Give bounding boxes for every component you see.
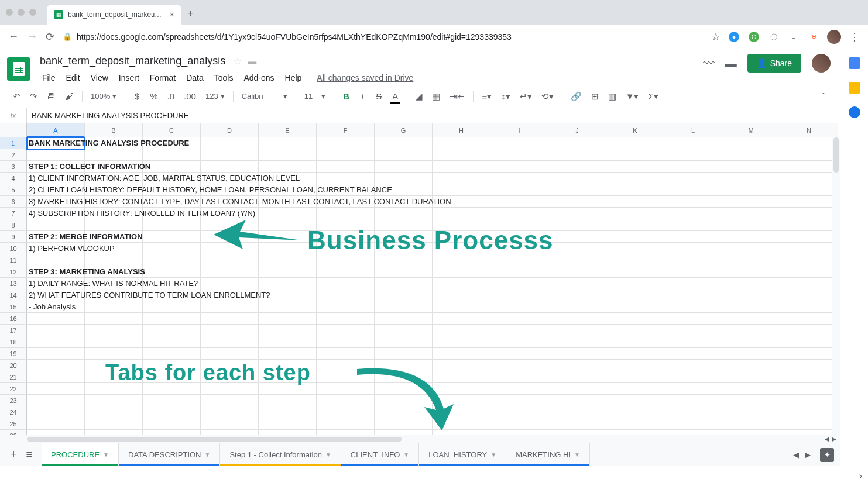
cell[interactable] [85, 149, 143, 161]
cell[interactable] [606, 383, 664, 395]
redo-icon[interactable]: ↷ [26, 89, 41, 104]
vertical-scrollbar[interactable] [832, 137, 840, 435]
cell[interactable] [664, 325, 722, 336]
cell[interactable] [433, 231, 490, 243]
chevron-down-icon[interactable]: ▼ [490, 451, 496, 458]
cell[interactable] [664, 395, 722, 406]
cell[interactable] [490, 430, 548, 435]
row-header[interactable]: 24 [0, 406, 27, 418]
cell[interactable] [722, 383, 780, 395]
cell[interactable] [375, 219, 433, 231]
row-header[interactable]: 5 [0, 184, 27, 196]
sheet-tab[interactable]: PROCEDURE▼ [42, 443, 119, 466]
cell[interactable] [606, 266, 664, 278]
row-header[interactable]: 8 [0, 219, 27, 231]
cell[interactable] [664, 184, 722, 196]
cell[interactable] [664, 348, 722, 360]
cell[interactable] [664, 313, 722, 325]
cell[interactable] [490, 184, 548, 196]
cell[interactable] [201, 301, 259, 313]
insert-link-icon[interactable]: 🔗 [567, 89, 585, 104]
cell[interactable] [722, 360, 780, 371]
cell[interactable] [664, 243, 722, 254]
cell[interactable] [85, 418, 143, 430]
cell[interactable] [317, 266, 375, 278]
cell[interactable] [433, 325, 490, 336]
cell[interactable] [85, 219, 143, 231]
cell[interactable] [664, 289, 722, 301]
format-percent-icon[interactable]: % [146, 89, 161, 104]
cell[interactable] [490, 278, 548, 289]
cell[interactable]: BANK MARKETING ANALYSIS PROCEDURE [27, 137, 85, 149]
cell[interactable] [85, 348, 143, 360]
cell[interactable] [85, 383, 143, 395]
cell[interactable] [259, 395, 317, 406]
collapse-toolbar-icon[interactable]: ˆ [816, 89, 831, 104]
cell[interactable] [664, 371, 722, 383]
cell[interactable]: 2) WHAT FEATURES CONTRIBUTE TO TERM LOAN… [27, 289, 85, 301]
cell[interactable] [548, 173, 606, 184]
cell[interactable] [85, 430, 143, 435]
row-header[interactable]: 11 [0, 254, 27, 266]
cell[interactable] [548, 243, 606, 254]
cell[interactable] [27, 325, 85, 336]
cell[interactable] [85, 360, 143, 371]
forward-button[interactable]: → [27, 30, 37, 43]
cell[interactable] [606, 289, 664, 301]
cell[interactable] [143, 266, 201, 278]
cell[interactable] [433, 289, 490, 301]
cell[interactable] [201, 161, 259, 173]
cell[interactable] [548, 430, 606, 435]
cell[interactable] [722, 173, 780, 184]
cell[interactable] [548, 219, 606, 231]
extension-icon[interactable]: ◯ [768, 32, 779, 42]
cell[interactable] [375, 231, 433, 243]
share-button[interactable]: 👤 Share [747, 54, 801, 73]
back-button[interactable]: ← [8, 30, 19, 43]
cell[interactable] [317, 219, 375, 231]
cell[interactable] [143, 348, 201, 360]
cell[interactable] [259, 360, 317, 371]
undo-icon[interactable]: ↶ [9, 89, 24, 104]
cell[interactable] [85, 395, 143, 406]
cell[interactable] [201, 348, 259, 360]
cell[interactable] [259, 406, 317, 418]
filter-icon[interactable]: ▼▾ [622, 89, 643, 104]
address-bar[interactable]: 🔒 https://docs.google.com/spreadsheets/d… [63, 32, 703, 42]
chevron-down-icon[interactable]: ▼ [205, 451, 211, 458]
cell[interactable] [433, 184, 490, 196]
cell[interactable] [375, 336, 433, 348]
cell[interactable] [259, 149, 317, 161]
cell[interactable] [548, 137, 606, 149]
row-header[interactable]: 25 [0, 418, 27, 430]
cell[interactable] [201, 418, 259, 430]
cell[interactable] [780, 336, 838, 348]
column-header[interactable]: D [201, 123, 259, 137]
cell[interactable] [85, 313, 143, 325]
cell[interactable] [664, 360, 722, 371]
cell[interactable] [548, 383, 606, 395]
cell[interactable] [490, 254, 548, 266]
cell[interactable] [259, 266, 317, 278]
cell[interactable] [722, 325, 780, 336]
cell[interactable] [606, 418, 664, 430]
cell[interactable] [490, 395, 548, 406]
row-header[interactable]: 15 [0, 301, 27, 313]
cell[interactable] [317, 254, 375, 266]
cell[interactable] [143, 418, 201, 430]
cell[interactable] [780, 289, 838, 301]
cell[interactable] [490, 301, 548, 313]
row-header[interactable]: 6 [0, 196, 27, 208]
cell[interactable] [606, 149, 664, 161]
cell[interactable] [780, 173, 838, 184]
cell[interactable] [375, 254, 433, 266]
cell[interactable] [143, 336, 201, 348]
cell[interactable] [548, 231, 606, 243]
cell[interactable] [606, 161, 664, 173]
insert-chart-icon[interactable]: ▥ [605, 89, 620, 104]
cell[interactable] [317, 348, 375, 360]
cell[interactable] [490, 348, 548, 360]
cell[interactable] [201, 325, 259, 336]
cell[interactable] [490, 325, 548, 336]
cell[interactable] [664, 406, 722, 418]
